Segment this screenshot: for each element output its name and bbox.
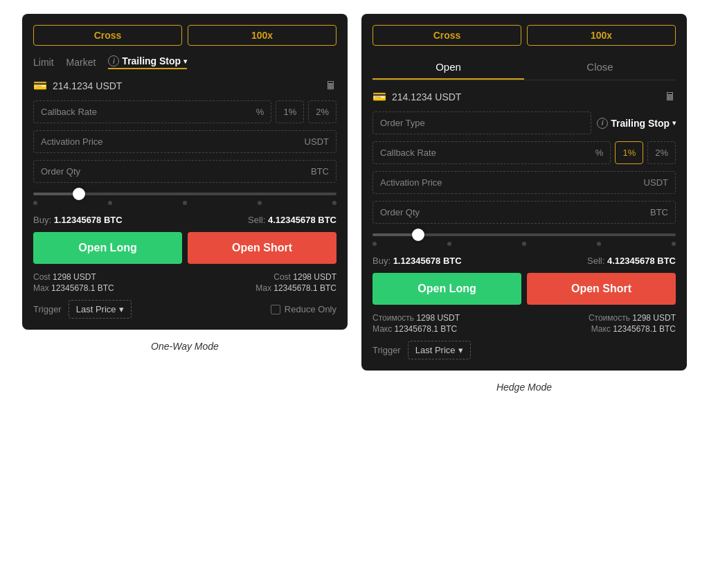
buy-amount-oneway: Buy: 1.12345678 BTC: [33, 215, 123, 225]
order-qty-field-oneway[interactable]: Order Qty BTC: [33, 160, 336, 183]
order-type-field-hedge[interactable]: Order Type: [373, 112, 591, 134]
pct-1-button-oneway[interactable]: 1%: [276, 100, 304, 123]
open-short-button-hedge[interactable]: Open Short: [527, 273, 676, 305]
cost-long-label-oneway: Cost 1298 USDT: [33, 272, 114, 282]
trailing-stop-chevron-icon-hedge: ▾: [672, 119, 676, 127]
order-qty-field-hedge[interactable]: Order Qty BTC: [373, 201, 676, 224]
activation-price-suffix-oneway: USDT: [305, 136, 329, 147]
cost-max-row-hedge: Стоимость 1298 USDT Макс 12345678.1 BTC …: [373, 313, 676, 334]
order-type-trailing-stop[interactable]: i Trailing Stop ▾: [108, 55, 187, 69]
last-price-label-oneway: Last Price: [76, 304, 116, 314]
buy-label-oneway: Buy:: [33, 215, 51, 225]
reduce-only-checkbox[interactable]: [271, 305, 280, 314]
slider-oneway[interactable]: [33, 193, 336, 205]
trigger-select-hedge[interactable]: Last Price ▾: [408, 341, 471, 359]
buy-sell-row-hedge: Buy: 1.12345678 BTC Sell: 4.12345678 BTC: [373, 256, 676, 266]
max-long-oneway: Max 12345678.1 BTC: [33, 283, 114, 293]
pct-2-button-oneway[interactable]: 2%: [308, 100, 336, 123]
callback-rate-field-oneway[interactable]: Callback Rate %: [33, 100, 271, 123]
open-short-button-oneway[interactable]: Open Short: [188, 232, 336, 264]
top-controls-hedge: Cross 100x: [373, 25, 676, 46]
sell-amount-hedge: Sell: 4.12345678 BTC: [587, 256, 676, 266]
leverage-button-oneway[interactable]: 100x: [188, 25, 336, 46]
trailing-stop-select-hedge[interactable]: i Trailing Stop ▾: [597, 118, 676, 129]
order-type-row-oneway: Limit Market i Trailing Stop ▾: [33, 55, 336, 69]
activation-price-row-oneway: Activation Price USDT: [33, 130, 336, 153]
buy-label-hedge: Buy:: [373, 256, 391, 266]
balance-row-hedge: 💳 214.1234 USDT 🖩: [373, 90, 676, 103]
slider-dot-h-0: [373, 242, 377, 246]
trailing-stop-label-hedge: Trailing Stop: [611, 118, 670, 129]
slider-dot-h-4: [672, 242, 676, 246]
card-icon-hedge: 💳: [373, 90, 386, 103]
activation-price-label-hedge: Activation Price: [380, 177, 442, 188]
order-qty-suffix-hedge: BTC: [650, 207, 668, 217]
max-long-hedge: Макс 12345678.1 BTC: [373, 324, 460, 334]
trailing-stop-label-text: Trailing Stop: [122, 55, 181, 66]
calculator-icon-hedge[interactable]: 🖩: [665, 91, 676, 103]
balance-value-hedge: 214.1234 USDT: [392, 91, 461, 103]
slider-track-oneway: [33, 193, 336, 195]
slider-dot-h-2: [522, 242, 526, 246]
action-btns-hedge: Open Long Open Short: [373, 273, 676, 305]
trigger-label-hedge: Trigger: [373, 345, 401, 355]
tab-open[interactable]: Open: [373, 55, 524, 80]
cost-max-short-hedge: Стоимость 1298 USDT Макс 12345678.1 BTC: [589, 313, 676, 334]
trigger-chevron-icon: ▾: [119, 304, 124, 314]
slider-dot-h-1: [447, 242, 451, 246]
order-type-market[interactable]: Market: [66, 57, 96, 68]
cross-button-hedge[interactable]: Cross: [373, 25, 521, 46]
cost-max-short-oneway: Cost 1298 USDT Max 12345678.1 BTC: [255, 272, 336, 293]
trigger-row-oneway: Trigger Last Price ▾ Reduce Only: [33, 300, 336, 319]
slider-dot-3: [258, 201, 262, 205]
hedge-tabs: Open Close: [373, 55, 676, 80]
slider-dot-4: [332, 201, 336, 205]
order-type-limit[interactable]: Limit: [33, 57, 54, 68]
hedge-panel: Cross 100x Open Close 💳 214.1234 USDT 🖩 …: [361, 14, 687, 371]
sell-label-oneway: Sell:: [248, 215, 265, 225]
cost-max-long-oneway: Cost 1298 USDT Max 12345678.1 BTC: [33, 272, 114, 293]
balance-left-oneway: 💳 214.1234 USDT: [33, 79, 122, 92]
slider-thumb-oneway[interactable]: [73, 188, 85, 200]
order-qty-row-oneway: Order Qty BTC: [33, 160, 336, 183]
order-qty-row-hedge: Order Qty BTC: [373, 201, 676, 224]
cost-max-long-hedge: Стоимость 1298 USDT Макс 12345678.1 BTC: [373, 313, 460, 334]
buy-value-oneway: 1.12345678 BTC: [54, 215, 123, 225]
activation-price-row-hedge: Activation Price USDT: [373, 171, 676, 194]
slider-dots-hedge: [373, 242, 676, 246]
callback-rate-field-hedge[interactable]: Callback Rate %: [373, 141, 611, 164]
buy-amount-hedge: Buy: 1.12345678 BTC: [373, 256, 462, 266]
trailing-stop-info-icon[interactable]: i: [108, 55, 119, 66]
one-way-panel: Cross 100x Limit Market i Trailing Stop …: [22, 14, 348, 330]
trigger-row-hedge: Trigger Last Price ▾: [373, 341, 676, 359]
last-price-label-hedge: Last Price: [415, 345, 456, 355]
one-way-panel-wrapper: Cross 100x Limit Market i Trailing Stop …: [22, 14, 348, 352]
one-way-mode-label: One-Way Mode: [151, 341, 219, 352]
hedge-mode-label: Hedge Mode: [496, 382, 552, 393]
cost-long-label-hedge: Стоимость 1298 USDT: [373, 313, 460, 323]
open-long-button-hedge[interactable]: Open Long: [373, 273, 521, 305]
open-long-button-oneway[interactable]: Open Long: [33, 232, 182, 264]
callback-rate-label-oneway: Callback Rate: [41, 107, 97, 117]
activation-price-field-hedge[interactable]: Activation Price USDT: [373, 171, 676, 194]
activation-price-suffix-hedge: USDT: [644, 177, 668, 188]
slider-hedge[interactable]: [373, 233, 676, 246]
activation-price-field-oneway[interactable]: Activation Price USDT: [33, 130, 336, 153]
max-short-hedge: Макс 12345678.1 BTC: [589, 324, 676, 334]
cross-button-oneway[interactable]: Cross: [33, 25, 182, 46]
calculator-icon-oneway[interactable]: 🖩: [325, 80, 336, 92]
pct-2-button-hedge[interactable]: 2%: [647, 141, 676, 164]
reduce-only-wrap: Reduce Only: [271, 304, 336, 314]
slider-dots-oneway: [33, 201, 336, 205]
balance-left-hedge: 💳 214.1234 USDT: [373, 90, 461, 103]
trigger-select-oneway[interactable]: Last Price ▾: [69, 300, 132, 319]
sell-amount-oneway: Sell: 4.12345678 BTC: [248, 215, 336, 225]
slider-thumb-hedge[interactable]: [412, 229, 424, 241]
leverage-button-hedge[interactable]: 100x: [527, 25, 676, 46]
slider-dot-2: [183, 201, 187, 205]
trigger-chevron-icon-hedge: ▾: [458, 345, 463, 355]
callback-rate-pct-oneway: %: [256, 107, 264, 117]
trailing-stop-info-icon-hedge[interactable]: i: [597, 118, 608, 129]
tab-close[interactable]: Close: [524, 55, 676, 80]
pct-1-button-hedge[interactable]: 1%: [615, 141, 643, 164]
